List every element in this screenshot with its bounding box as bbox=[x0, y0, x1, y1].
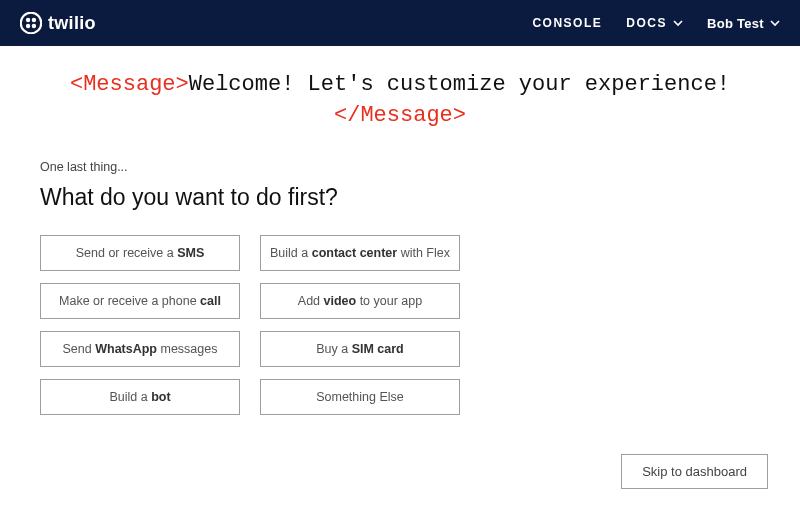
options-grid: Send or receive a SMS Build a contact ce… bbox=[40, 235, 760, 415]
hero-text: Welcome! Let's customize your experience… bbox=[189, 72, 730, 97]
onboarding-question: What do you want to do first? bbox=[40, 184, 760, 211]
option-sms[interactable]: Send or receive a SMS bbox=[40, 235, 240, 271]
svg-point-0 bbox=[21, 13, 42, 34]
option-something-else[interactable]: Something Else bbox=[260, 379, 460, 415]
nav-docs[interactable]: DOCS bbox=[626, 16, 683, 30]
onboarding-kicker: One last thing... bbox=[40, 160, 760, 174]
option-bot[interactable]: Build a bot bbox=[40, 379, 240, 415]
top-nav-links: CONSOLE DOCS Bob Test bbox=[532, 16, 780, 31]
footer-actions: Skip to dashboard bbox=[621, 454, 768, 489]
brand[interactable]: twilio bbox=[20, 12, 96, 34]
option-contact-center[interactable]: Build a contact center with Flex bbox=[260, 235, 460, 271]
option-video[interactable]: Add video to your app bbox=[260, 283, 460, 319]
brand-name: twilio bbox=[48, 13, 96, 34]
hero-close-tag: </Message> bbox=[334, 103, 466, 128]
twilio-logo-icon bbox=[20, 12, 42, 34]
top-navbar: twilio CONSOLE DOCS Bob Test bbox=[0, 0, 800, 46]
chevron-down-icon bbox=[673, 18, 683, 28]
nav-console-label: CONSOLE bbox=[532, 16, 602, 30]
svg-point-1 bbox=[26, 18, 30, 22]
option-whatsapp[interactable]: Send WhatsApp messages bbox=[40, 331, 240, 367]
chevron-down-icon bbox=[770, 18, 780, 28]
hero-message: <Message>Welcome! Let's customize your e… bbox=[0, 46, 800, 142]
user-name: Bob Test bbox=[707, 16, 764, 31]
svg-point-3 bbox=[26, 24, 30, 28]
nav-console[interactable]: CONSOLE bbox=[532, 16, 602, 30]
svg-point-4 bbox=[32, 24, 36, 28]
option-sim-card[interactable]: Buy a SIM card bbox=[260, 331, 460, 367]
nav-docs-label: DOCS bbox=[626, 16, 667, 30]
user-menu[interactable]: Bob Test bbox=[707, 16, 780, 31]
svg-point-2 bbox=[32, 18, 36, 22]
option-phone-call[interactable]: Make or receive a phone call bbox=[40, 283, 240, 319]
skip-to-dashboard-button[interactable]: Skip to dashboard bbox=[621, 454, 768, 489]
hero-open-tag: <Message> bbox=[70, 72, 189, 97]
onboarding-content: One last thing... What do you want to do… bbox=[0, 142, 800, 415]
